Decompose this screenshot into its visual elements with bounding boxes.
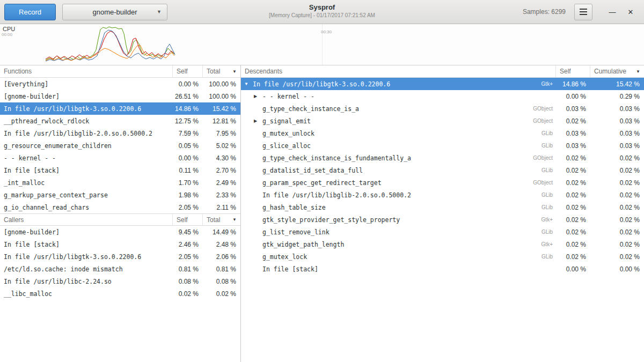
- table-row[interactable]: - - kernel - -0.00 %4.30 %: [0, 152, 240, 164]
- table-row[interactable]: ▶- - kernel - -0.00 %0.29 %: [241, 90, 644, 102]
- self-percent: 7.59 %: [173, 130, 203, 137]
- content-area: Functions Self Total ▼ [Everything]0.00 …: [0, 65, 644, 362]
- table-row[interactable]: g_datalist_id_set_data_fullGLib0.02 %0.0…: [241, 164, 644, 176]
- target-combo[interactable]: gnome-builder ▼: [62, 4, 167, 20]
- table-row[interactable]: _int_malloc1.70 %2.49 %: [0, 176, 240, 189]
- column-header-self[interactable]: Self: [556, 65, 590, 77]
- table-row[interactable]: gtk_style_provider_get_style_propertyGtk…: [241, 213, 644, 226]
- close-button[interactable]: ✕: [621, 4, 640, 20]
- self-percent: 0.03 %: [556, 105, 590, 113]
- table-row[interactable]: g_mutex_lockGLib0.02 %0.02 %: [241, 250, 644, 263]
- column-header-total[interactable]: Total ▼: [203, 65, 240, 77]
- sort-indicator-icon: ▼: [636, 69, 640, 74]
- self-percent: 0.00 %: [173, 154, 203, 162]
- table-row[interactable]: In file [stack]2.46 %2.48 %: [0, 238, 240, 250]
- cumulative-percent: 15.42 %: [590, 80, 644, 88]
- samples-count: Samples: 6299: [523, 8, 566, 16]
- self-percent: 0.05 %: [173, 142, 203, 150]
- table-row[interactable]: g_io_channel_read_chars2.05 %2.11 %: [0, 201, 240, 213]
- table-row[interactable]: g_type_check_instance_is_aGObject0.03 %0…: [241, 102, 644, 115]
- table-row[interactable]: __libc_malloc0.02 %0.02 %: [0, 287, 240, 300]
- table-row[interactable]: g_list_remove_linkGLib0.02 %0.02 %: [241, 226, 644, 238]
- tree-cell: g_type_check_instance_is_a: [241, 105, 518, 113]
- table-row[interactable]: In file /usr/lib/libglib-2.0.so.0.5000.2…: [0, 127, 240, 139]
- self-percent: 0.02 %: [556, 216, 590, 224]
- column-header-self[interactable]: Self: [173, 65, 203, 77]
- function-name: g_type_check_instance_is_fundamentally_a: [262, 154, 411, 162]
- tree-cell: g_datalist_id_set_data_full: [241, 167, 518, 174]
- column-header-cumulative[interactable]: Cumulative ▼: [590, 65, 644, 77]
- table-row[interactable]: g_param_spec_get_redirect_targetGObject0…: [241, 176, 644, 189]
- tree-cell: gtk_widget_path_length: [241, 241, 518, 248]
- callers-header: Callers Self Total ▼: [0, 213, 240, 226]
- cumulative-percent: 0.03 %: [590, 117, 644, 125]
- cpu-graph[interactable]: CPU 00:00 00:30: [0, 24, 644, 65]
- table-row[interactable]: In file /usr/lib/libgtk-3.so.0.2200.62.0…: [0, 250, 240, 263]
- table-row[interactable]: ▶g_signal_emitGObject0.02 %0.03 %: [241, 115, 644, 127]
- self-percent: 0.08 %: [173, 278, 203, 285]
- tree-cell: ▶g_signal_emit: [241, 117, 518, 125]
- chevron-down-icon: ▼: [157, 9, 162, 14]
- functions-header: Functions Self Total ▼: [0, 65, 240, 78]
- function-name: g_slice_alloc: [262, 142, 311, 150]
- table-row[interactable]: __pthread_rwlock_rdlock12.75 %12.81 %: [0, 115, 240, 127]
- library-tag: GLib: [518, 143, 556, 149]
- function-name: In file [stack]: [0, 241, 173, 248]
- table-row[interactable]: g_slice_allocGLib0.03 %0.03 %: [241, 139, 644, 152]
- function-name: [gnome-builder]: [0, 93, 173, 100]
- tree-cell: ▼In file /usr/lib/libgtk-3.so.0.2200.6: [241, 80, 518, 88]
- table-row[interactable]: [Everything]0.00 %100.00 %: [0, 78, 240, 90]
- function-name: g_mutex_lock: [262, 253, 307, 261]
- table-row[interactable]: In file /usr/lib/libglib-2.0.so.0.5000.2…: [241, 189, 644, 201]
- self-percent: 2.05 %: [173, 253, 203, 261]
- triangle-right-icon[interactable]: ▶: [254, 119, 262, 123]
- table-row[interactable]: g_hash_table_sizeGLib0.02 %0.02 %: [241, 201, 644, 213]
- cumulative-percent: 0.02 %: [590, 167, 644, 174]
- library-tag: GObject: [518, 155, 556, 161]
- table-row[interactable]: g_type_check_instance_is_fundamentally_a…: [241, 152, 644, 164]
- self-percent: 9.45 %: [173, 228, 203, 236]
- table-row[interactable]: In file [stack]0.00 %0.00 %: [241, 263, 644, 275]
- sysprof-window: Record gnome-builder ▼ Sysprof [Memory C…: [0, 0, 644, 362]
- table-row[interactable]: In file [stack]0.11 %2.70 %: [0, 164, 240, 176]
- table-row[interactable]: gtk_widget_path_lengthGtk+0.02 %0.02 %: [241, 238, 644, 250]
- column-header-self[interactable]: Self: [173, 214, 203, 225]
- sort-indicator-icon: ▼: [232, 217, 237, 222]
- column-header-total[interactable]: Total ▼: [203, 214, 240, 225]
- tree-cell: g_type_check_instance_is_fundamentally_a: [241, 154, 518, 162]
- column-header-functions[interactable]: Functions: [0, 65, 173, 77]
- tree-cell: g_mutex_lock: [241, 253, 518, 261]
- table-row[interactable]: [gnome-builder]9.45 %14.49 %: [0, 226, 240, 238]
- table-row[interactable]: In file /usr/lib/libc-2.24.so0.08 %0.08 …: [0, 275, 240, 287]
- table-row[interactable]: g_mutex_unlockGLib0.03 %0.03 %: [241, 127, 644, 139]
- triangle-down-icon[interactable]: ▼: [244, 82, 253, 86]
- self-percent: 12.75 %: [173, 117, 203, 125]
- cumulative-percent: 0.29 %: [590, 93, 644, 100]
- hamburger-menu-button[interactable]: [574, 4, 592, 20]
- cumulative-percent: 0.03 %: [590, 142, 644, 150]
- column-header-callers[interactable]: Callers: [0, 214, 173, 225]
- self-percent: 1.98 %: [173, 191, 203, 199]
- descendants-header: Descendants Self Cumulative ▼: [241, 65, 644, 78]
- self-percent: 0.11 %: [173, 167, 203, 174]
- column-header-cumulative-label: Cumulative: [594, 68, 626, 75]
- total-percent: 0.81 %: [203, 265, 240, 273]
- table-row[interactable]: g_resource_enumerate_children0.05 %5.02 …: [0, 139, 240, 152]
- descendants-rows: ▼In file /usr/lib/libgtk-3.so.0.2200.6Gt…: [241, 78, 644, 275]
- record-button[interactable]: Record: [4, 4, 56, 20]
- table-row[interactable]: /etc/ld.so.cache: inode mismatch0.81 %0.…: [0, 263, 240, 275]
- table-row[interactable]: ▼In file /usr/lib/libgtk-3.so.0.2200.6Gt…: [241, 78, 644, 90]
- self-percent: 2.05 %: [173, 204, 203, 211]
- minimize-button[interactable]: —: [603, 4, 621, 20]
- table-row[interactable]: In file /usr/lib/libgtk-3.so.0.2200.614.…: [0, 102, 240, 115]
- table-row[interactable]: [gnome-builder]26.51 %100.00 %: [0, 90, 240, 102]
- total-percent: 2.06 %: [203, 253, 240, 261]
- column-header-descendants[interactable]: Descendants: [241, 65, 556, 77]
- total-percent: 4.30 %: [203, 154, 240, 162]
- self-percent: 0.02 %: [556, 117, 590, 125]
- table-row[interactable]: g_markup_parse_context_parse1.98 %2.33 %: [0, 189, 240, 201]
- triangle-right-icon[interactable]: ▶: [254, 94, 262, 99]
- function-name: g_param_spec_get_redirect_target: [262, 179, 382, 187]
- self-percent: 0.02 %: [556, 167, 590, 174]
- cpu-trace-green: [46, 27, 174, 60]
